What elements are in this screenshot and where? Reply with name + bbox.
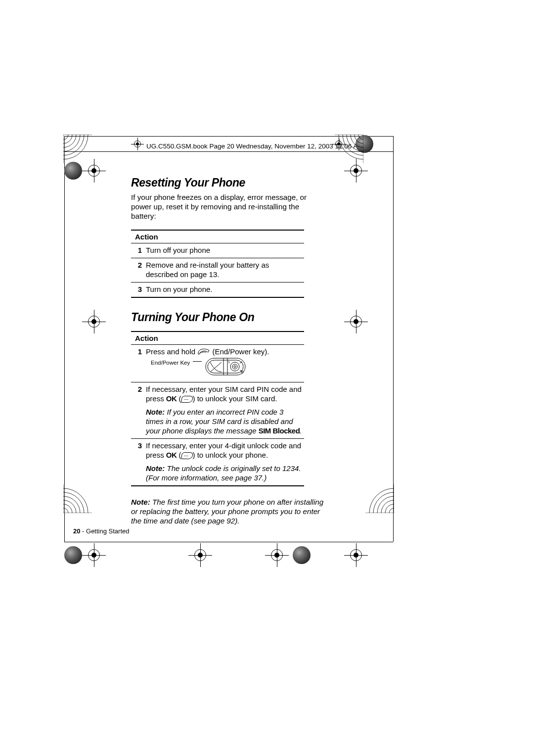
end-key-icon — [197, 348, 210, 357]
text-part: Press and hold — [146, 347, 197, 356]
crop-line-right — [393, 136, 394, 542]
page-header-meta: UG.C550.GSM.book Page 20 Wednesday, Nove… — [146, 142, 363, 150]
svg-point-5 — [232, 364, 237, 369]
document-page: UG.C550.GSM.book Page 20 Wednesday, Nove… — [0, 0, 534, 756]
action-table-reset: Action 1 Turn off your phone 2 Remove an… — [131, 230, 304, 298]
svg-point-6 — [234, 366, 236, 368]
sphere-icon — [293, 546, 311, 564]
heading-turning-on: Turning Your Phone On — [131, 311, 326, 324]
step-text: If necessary, enter your 4-digit unlock … — [146, 441, 302, 482]
table-row: 2 If necessary, enter your SIM card PIN … — [131, 382, 304, 438]
step-number: 3 — [133, 284, 142, 294]
note-body: The first time you turn your phone on af… — [131, 498, 323, 525]
note-msg: SIM Blocked — [259, 426, 300, 435]
step-text: Press and hold (End/Power key). End/Powe… — [146, 347, 302, 379]
step-number: 2 — [133, 260, 142, 279]
text-part: (End/Power key). — [212, 347, 269, 356]
note-prefix: Note: — [131, 498, 150, 506]
step-text: Turn on your phone. — [146, 284, 302, 294]
outro-note: Note: The first time you turn your phone… — [131, 497, 329, 525]
note-body: The unlock code is originally set to 123… — [146, 464, 301, 482]
heading-resetting: Resetting Your Phone — [131, 176, 326, 189]
note-prefix: Note: — [146, 408, 165, 416]
text-part: ) to unlock your phone. — [193, 451, 268, 459]
registration-mark-icon — [82, 543, 106, 567]
note-tail: . — [300, 426, 302, 435]
table-row: 1 Press and hold (End/Power key). End/Po… — [131, 344, 304, 382]
phone-top-icon — [205, 357, 246, 377]
sphere-icon — [64, 546, 82, 564]
corner-fan-icon — [63, 485, 91, 513]
registration-mark-icon — [344, 310, 368, 333]
softkey-icon: — — [181, 396, 193, 403]
illust-label: End/Power Key — [151, 360, 190, 366]
step-number: 1 — [133, 245, 142, 255]
corner-fan-icon — [366, 485, 394, 513]
step-number: 3 — [133, 441, 142, 482]
phone-illustration: End/Power Key — [151, 357, 246, 379]
table-row: 3 If necessary, enter your 4-digit unloc… — [131, 438, 304, 485]
step-text: Remove and re-install your battery as de… — [146, 260, 302, 279]
crop-line-bottom — [64, 542, 393, 542]
page-content: Resetting Your Phone If your phone freez… — [131, 176, 326, 534]
table-row: 1 Turn off your phone — [131, 243, 304, 258]
registration-mark-icon — [131, 138, 144, 150]
text-part: ) to unlock your SIM card. — [193, 394, 277, 403]
crop-line-left — [64, 136, 65, 542]
step-text: Turn off your phone — [146, 245, 302, 255]
registration-mark-icon — [344, 543, 368, 567]
registration-mark-icon — [188, 543, 212, 567]
table-row: 3 Turn on your phone. — [131, 282, 304, 297]
page-number: 20 — [73, 527, 80, 535]
step-number: 2 — [133, 384, 142, 435]
step-text: If necessary, enter your SIM card PIN co… — [146, 384, 302, 435]
note-prefix: Note: — [146, 464, 165, 472]
table-header: Action — [131, 231, 304, 243]
ok-label: OK — [166, 394, 177, 403]
softkey-icon: — — [181, 452, 193, 459]
ok-label: OK — [166, 451, 177, 459]
step-number: 1 — [133, 347, 142, 379]
action-table-poweron: Action 1 Press and hold (End/Power key).… — [131, 331, 304, 486]
footer-section: - Getting Started — [80, 527, 129, 535]
registration-mark-icon — [265, 543, 289, 567]
registration-mark-icon — [82, 159, 106, 183]
corner-fan-icon — [336, 135, 363, 162]
table-row: 2 Remove and re-install your battery as … — [131, 258, 304, 282]
table-header: Action — [131, 332, 304, 344]
corner-fan-icon — [63, 135, 91, 162]
page-footer: 20 - Getting Started — [73, 527, 129, 535]
sphere-icon — [64, 162, 82, 180]
registration-mark-icon — [82, 310, 106, 333]
svg-point-4 — [230, 362, 239, 371]
paragraph: If your phone freezes on a display, erro… — [131, 192, 326, 221]
